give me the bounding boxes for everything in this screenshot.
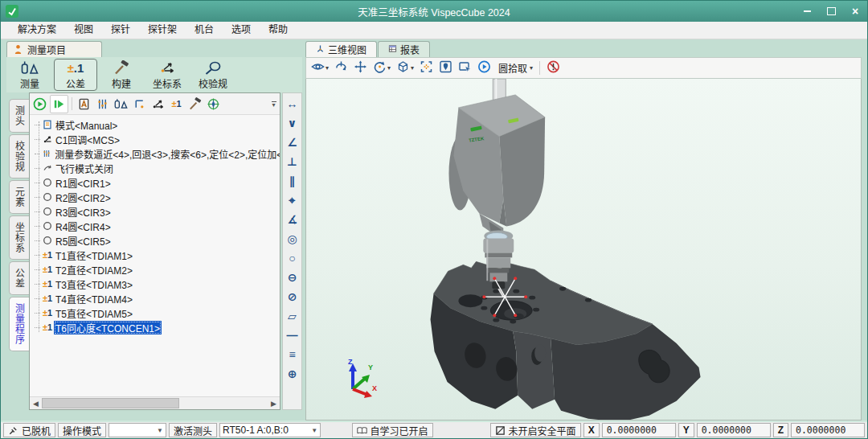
angle-point-icon[interactable]: ∨ [285,116,300,129]
app-window: 天准三坐标系统 VispecCube 2024 × 解决方案视图探针探针架机台选… [0,0,868,439]
tolerance-item-icon: ±1 [41,293,54,303]
self-learning-status: 自学习已开启 [352,423,433,437]
axes-icon[interactable] [149,96,166,113]
zoom-fit-icon-glyph [420,60,433,76]
param-icon[interactable] [94,96,111,113]
tree-item-label: T4直径<TDIAM4> [54,292,134,306]
tree-item[interactable]: C1回调<MCS> [30,132,280,146]
scrollbar-thumb[interactable] [42,398,179,408]
side-tab-测量程序[interactable]: 测量程序 [9,297,29,351]
operation-mode-select[interactable]: ▼ [108,423,166,437]
scroll-right-icon[interactable]: ▶ [268,397,280,409]
tree-item[interactable]: R5圆<CIR5> [30,233,280,248]
category-button-校验规[interactable]: 校验规 [191,59,235,91]
flatness-icon[interactable]: ▱ [285,309,300,322]
perpendicularity-icon[interactable]: ⊥ [285,154,300,168]
tree-item[interactable]: 飞行模式关闭 [30,161,280,175]
horizontal-scrollbar[interactable]: ◀ ▶ [30,396,280,409]
position-icon[interactable]: ⌖ [285,193,300,207]
side-tab-测头[interactable]: 测头 [9,99,29,133]
tree-item[interactable]: ±1T1直径<TDIAM1> [30,248,280,262]
tree-item[interactable]: ±1T2直径<TDIAM2> [30,262,280,277]
workpiece [431,261,701,421]
symmetry-icon[interactable]: ≡ [285,347,300,361]
eye-icon-glyph [311,60,325,76]
angle-icon[interactable]: ∠ [285,135,300,149]
zoom-fit-icon[interactable] [418,59,435,76]
runout-icon[interactable]: ⊖ [285,270,300,284]
spin-icon[interactable]: ▾ [371,59,392,76]
circle-pick[interactable]: 圆拾取▾ [495,59,534,76]
tree-item[interactable]: R1圆<CIR1> [30,175,280,190]
total-runout-icon[interactable]: ⊘ [285,289,300,303]
parallelism-icon[interactable]: ∥ [285,174,300,187]
category-button-构建[interactable]: 构建 [100,59,143,91]
scroll-left-icon[interactable]: ◀ [30,397,42,409]
orbit-icon[interactable] [333,59,350,76]
tab-measurement-project[interactable]: 测量项目 [6,41,102,57]
measurement-project-panel: 测量项目 测量±.1公差构建坐标系校验规 测头校验规元素坐标系公差测量程序 ±1… [6,41,302,421]
menu-item[interactable]: 视图 [65,22,102,39]
viewport-3d[interactable]: TZTEK [305,79,862,421]
tree-item[interactable]: 模式<Manual> [30,117,280,132]
locate-pin-icon[interactable] [437,59,454,76]
stop-icon[interactable] [545,59,562,76]
auto-label-icon[interactable] [76,96,92,113]
eye-icon[interactable]: ▾ [309,59,330,76]
coordinate-position-icon[interactable]: ⊕ [285,367,300,380]
angularity-icon[interactable]: ∡ [285,212,300,226]
menu-item[interactable]: 解决方案 [9,22,65,39]
menu-item[interactable]: 机台 [186,22,223,39]
tree-item-label: R4圆<CIR4> [54,220,113,233]
category-button-测量[interactable]: 测量 [8,59,51,91]
target-icon[interactable] [205,96,222,113]
tree-item[interactable]: ±1T4直径<TDIAM4> [30,291,280,306]
run-icon[interactable] [31,96,48,113]
select-view-icon[interactable] [457,59,473,76]
concentricity-icon[interactable]: ◎ [285,232,300,245]
play-icon[interactable] [476,59,493,76]
circle-icon [41,221,54,231]
tree-item-label: T2直径<TDIAM2> [54,263,134,277]
tolerance-small-icon[interactable]: ±1 [168,96,185,113]
tree-item[interactable]: 测量参数逼近<4>,回退<3>,搜索<6>,定位<2>,定位加<2>,测 [30,146,280,161]
tree-item[interactable]: R2圆<CIR2> [30,190,280,204]
side-tab-坐标系[interactable]: 坐标系 [9,215,29,260]
side-tab-公差[interactable]: 公差 [9,261,29,295]
category-label: 校验规 [199,76,227,90]
measure-small-icon[interactable] [113,96,129,113]
dropdown-caret-icon[interactable]: ▾ [411,64,414,72]
dropdown-caret-icon[interactable]: ▾ [326,64,329,72]
distance-icon[interactable]: ↔ [285,96,300,110]
tab-三维视图[interactable]: 三维视图 [305,41,377,57]
tree-item[interactable]: ±1T5直径<TDIAM5> [30,306,280,320]
pan-icon[interactable] [352,59,369,76]
active-probe-label: 激活测头 [169,423,217,437]
menu-item[interactable]: 探针 [102,22,139,39]
straightness-icon[interactable]: — [285,328,300,342]
tree-item[interactable]: R3圆<CIR3> [30,204,280,219]
side-tab-label: 元素 [13,187,27,207]
step-run-icon[interactable] [50,95,68,113]
menu-item[interactable]: 帮助 [260,22,297,39]
toolbar-overflow-icon[interactable]: ▾ [269,96,278,111]
side-tab-元素[interactable]: 元素 [9,180,29,214]
dropdown-caret-icon[interactable]: ▾ [530,64,533,72]
category-button-坐标系[interactable]: 坐标系 [145,59,189,91]
cube-icon-glyph [396,60,410,76]
menu-item[interactable]: 探针架 [139,22,186,39]
menu-item[interactable]: 选项 [223,22,260,39]
construct-small-icon[interactable] [186,96,203,113]
tolerance-icon-strip: ↔∨∠⊥∥⌖∡◎○⊖⊘▱—≡⊕ [282,92,302,410]
active-probe-select[interactable]: RT50-1 A:0,B:0▼ [219,423,321,437]
circularity-icon[interactable]: ○ [285,251,300,265]
side-tab-校验规[interactable]: 校验规 [9,134,29,178]
tree-item[interactable]: R4圆<CIR4> [30,219,280,233]
dropdown-caret-icon[interactable]: ▾ [387,64,391,72]
cube-icon[interactable]: ▾ [395,59,416,76]
tab-报表[interactable]: 报表 [378,41,430,57]
tree-item[interactable]: ±1T3直径<TDIAM3> [30,277,280,291]
corner-icon[interactable] [131,96,148,113]
category-button-公差[interactable]: ±.1公差 [54,59,97,91]
tree-item[interactable]: ±1T6同心度<TCONCEN1> [30,320,280,334]
